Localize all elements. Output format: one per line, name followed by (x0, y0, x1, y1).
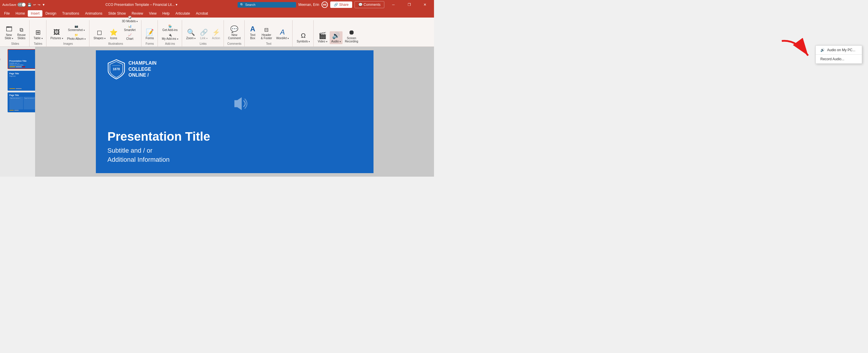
autosave-area: AutoSave Off (2, 3, 26, 7)
icons-icon: ⭐ (110, 29, 118, 36)
menu-insert[interactable]: Insert (28, 10, 42, 17)
screen-recording-label: ScreenRecording (345, 36, 358, 43)
slide-3-thumb[interactable]: Page Title Page item column 1 Page item … (8, 92, 35, 112)
video-button[interactable]: 🎬 Video ▾ (316, 31, 329, 44)
reuse-slides-icon: ⧉ (20, 27, 23, 32)
table-label: Table ▾ (34, 36, 43, 40)
save-icon[interactable]: 💾 (28, 3, 32, 7)
new-slide-icon: 🗔 (6, 26, 12, 32)
ribbon-buttons-illustrations: ◻ Shapes ▾ ⭐ Icons 🎲 3D Models ▾ 📊 Smart… (92, 15, 140, 41)
ribbon-group-forms: 📝 Forms Forms (142, 20, 157, 47)
comments-button[interactable]: 💬 Comments (354, 1, 384, 8)
menu-file[interactable]: File (1, 10, 12, 17)
get-addins-button[interactable]: 🏪 Get Add-ins (160, 24, 180, 32)
search-box[interactable]: 🔍 Search (238, 2, 296, 8)
ribbon-buttons-slides: 🗔 NewSlide ▾ ⧉ ReuseSlides (3, 25, 28, 41)
menu-articulate[interactable]: Articulate (173, 10, 193, 17)
3d-models-button[interactable]: 🎲 3D Models ▾ (120, 15, 140, 23)
svg-text:1878: 1878 (113, 67, 120, 71)
customize-icon[interactable]: ▼ (42, 3, 45, 6)
title-dropdown-icon[interactable]: ▾ (176, 3, 177, 7)
forms-icon: 📝 (146, 29, 154, 36)
slides-group-label: Slides (11, 42, 19, 45)
ribbon-group-slides: 🗔 NewSlide ▾ ⧉ ReuseSlides Slides (1, 20, 30, 47)
new-slide-button[interactable]: 🗔 NewSlide ▾ (3, 25, 15, 41)
slide-1-thumb[interactable]: Presentation Title Subtitle and / orAddi… (8, 49, 35, 69)
ribbon-group-addins: 🏪 Get Add-ins 🔌 My Add-ins ▾ Add-ins (158, 20, 182, 47)
zoom-label: Zoom ▾ (186, 36, 195, 40)
forms-button[interactable]: 📝 Forms (144, 28, 155, 41)
user-name: Meenan, Erin (299, 3, 319, 7)
pictures-button[interactable]: 🖼 Pictures ▾ (49, 28, 65, 41)
zoom-button[interactable]: 🔍 Zoom ▾ (184, 28, 197, 41)
new-slide-label: NewSlide ▾ (5, 33, 13, 40)
search-placeholder: Search (245, 3, 255, 6)
zoom-icon: 🔍 (187, 29, 195, 36)
menu-view[interactable]: View (146, 10, 160, 17)
slide-1-number: 1 ★ (0, 58, 1, 61)
ribbon-buttons-images: 🖼 Pictures ▾ 📷 Screenshot ▾ 📁 Photo Albu… (49, 24, 87, 41)
audio-button[interactable]: 🔊 Audio ▾ (330, 31, 343, 44)
ribbon-buttons-addins: 🏪 Get Add-ins 🔌 My Add-ins ▾ (160, 24, 180, 41)
table-icon: ⊞ (35, 29, 41, 36)
action-icon: ⚡ (212, 29, 220, 36)
title-bar-center: CCO Presentation Template – Financial Li… (105, 3, 177, 7)
autosave-toggle[interactable]: Off (18, 3, 26, 7)
ribbon-group-text: A TextBox ⊟ Header& Footer A WordArt ▾ T… (245, 20, 293, 47)
action-button: ⚡ Action (210, 28, 222, 41)
illustrations-group-label: Illustrations (108, 42, 123, 45)
menu-acrobat[interactable]: Acrobat (193, 10, 211, 17)
title-bar-left: AutoSave Off 💾 ↩ ↪ ▼ (2, 3, 45, 7)
slide-2-thumb[interactable]: Page Title Page text (8, 71, 35, 91)
screenshot-button[interactable]: 📷 Screenshot ▾ (65, 24, 87, 32)
chart-label: Chart (126, 37, 133, 40)
title-bar: AutoSave Off 💾 ↩ ↪ ▼ CCO Presentation Te… (0, 0, 434, 9)
ribbon-buttons-media: 🎬 Video ▾ 🔊 Audio ▾ ⏺ ScreenRecording (316, 28, 360, 44)
shapes-button[interactable]: ◻ Shapes ▾ (92, 28, 107, 41)
document-title: CCO Presentation Template – Financial Li… (105, 3, 175, 7)
ribbon-buttons-text: A TextBox ⊟ Header& Footer A WordArt ▾ (247, 24, 291, 41)
icons-button[interactable]: ⭐ Icons (108, 28, 120, 41)
menu-transitions[interactable]: Transitions (59, 10, 82, 17)
my-addins-button[interactable]: 🔌 My Add-ins ▾ (160, 33, 180, 41)
new-comment-icon: 💬 (230, 26, 238, 32)
close-button[interactable]: ✕ (418, 0, 432, 9)
comments-group-label: Comments (227, 42, 241, 45)
redo-icon[interactable]: ↪ (38, 3, 40, 7)
user-avatar[interactable]: ME (321, 1, 328, 8)
undo-icon[interactable]: ↩ (33, 3, 36, 7)
shapes-icon: ◻ (97, 29, 102, 36)
new-comment-button[interactable]: 💬 NewComment (226, 25, 242, 41)
menu-design[interactable]: Design (42, 10, 59, 17)
audio-center-icon (228, 95, 249, 116)
ribbon-buttons-links: 🔍 Zoom ▾ 🔗 Link ▾ ⚡ Action (184, 28, 222, 41)
table-button[interactable]: ⊞ Table ▾ (32, 28, 44, 41)
audio-icon: 🔊 (332, 32, 340, 39)
header-footer-label: Header& Footer (261, 33, 272, 40)
ribbon-group-symbols: Ω Symbols ▾ (293, 20, 314, 47)
wordart-icon: A (280, 29, 285, 36)
menu-help[interactable]: Help (160, 10, 173, 17)
reuse-slides-label: ReuseSlides (17, 33, 26, 40)
reuse-slides-button[interactable]: ⧉ ReuseSlides (16, 26, 28, 41)
get-addins-icon: 🏪 (168, 25, 172, 28)
link-button: 🔗 Link ▾ (198, 28, 210, 41)
photo-album-icon: 📁 (74, 33, 78, 36)
header-footer-button[interactable]: ⊟ Header& Footer (259, 26, 274, 41)
menu-home[interactable]: Home (12, 10, 28, 17)
chart-button[interactable]: 📈 Chart (120, 33, 140, 41)
minimize-button[interactable]: ─ (386, 0, 400, 9)
screen-recording-button[interactable]: ⏺ ScreenRecording (343, 28, 360, 44)
ribbon-group-illustrations: ◻ Shapes ▾ ⭐ Icons 🎲 3D Models ▾ 📊 Smart… (90, 20, 142, 47)
menu-bar: File Home Insert Design Transitions Anim… (0, 9, 434, 18)
restore-button[interactable]: ❐ (402, 0, 416, 9)
photo-album-button[interactable]: 📁 Photo Album ▾ (65, 33, 87, 41)
wordart-button[interactable]: A WordArt ▾ (274, 28, 290, 41)
video-icon: 🎬 (318, 32, 327, 39)
smartart-button[interactable]: 📊 SmartArt (120, 24, 140, 32)
new-comment-label: NewComment (228, 33, 241, 40)
video-label: Video ▾ (318, 40, 327, 43)
share-button[interactable]: 🔗 Share (330, 1, 352, 8)
text-box-button[interactable]: A TextBox (247, 24, 259, 41)
symbols-button[interactable]: Ω Symbols ▾ (295, 31, 312, 44)
